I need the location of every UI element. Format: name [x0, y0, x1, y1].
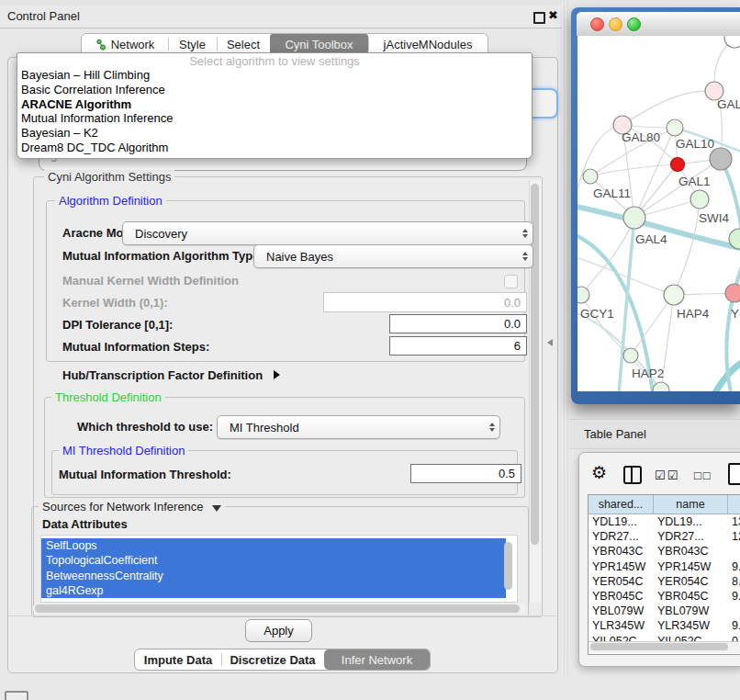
node-gcy1[interactable] [577, 287, 589, 303]
stepper-icon [489, 423, 495, 432]
tab-network[interactable]: Network [82, 34, 168, 54]
node-red-selected[interactable] [671, 158, 685, 172]
close-traffic-light[interactable] [590, 17, 604, 31]
zoom-traffic-light[interactable] [627, 17, 641, 31]
dropdown-item[interactable]: Bayesian – K2 [17, 126, 532, 141]
expanded-arrow-icon [212, 505, 221, 512]
cell[interactable]: YDL19... [654, 514, 728, 529]
close-icon[interactable]: ✖ [548, 8, 558, 22]
table-row[interactable]: YLR345W YLR345W 9. [589, 618, 740, 633]
column-header-partial[interactable] [728, 495, 740, 514]
dpi-tolerance-field[interactable]: 0.0 [389, 314, 527, 333]
columns-icon[interactable] [623, 466, 642, 484]
tab-style[interactable]: Style [168, 34, 217, 54]
cell[interactable]: YBR045C [654, 589, 728, 604]
manual-kernel-checkbox[interactable] [504, 275, 518, 288]
table-row[interactable]: YDR27... YDR27... 12 [589, 529, 740, 544]
node-gal4[interactable] [623, 207, 645, 229]
minimize-traffic-light[interactable] [609, 17, 622, 31]
tab-select[interactable]: Select [217, 34, 270, 54]
cell[interactable]: YPR145W [589, 559, 654, 574]
tab-cyni-toolbox[interactable]: Cyni Toolbox [270, 34, 368, 54]
column-header-shared-name[interactable]: shared... [589, 495, 654, 514]
mi-threshold-field[interactable]: 0.5 [410, 464, 521, 483]
float-window-icon[interactable] [533, 12, 545, 24]
document-icon[interactable] [728, 463, 740, 485]
dropdown-item[interactable]: Bayesian – Hill Climbing [17, 68, 532, 83]
cell[interactable]: YDL19... [589, 514, 654, 529]
node-hap4[interactable] [664, 285, 684, 305]
hub-definition-toggle[interactable]: Hub/Transcription Factor Definition [62, 368, 280, 382]
table-row[interactable]: YBL079W YBL079W [589, 604, 740, 618]
cell[interactable]: 9. [728, 589, 740, 604]
list-item[interactable]: SelfLoops [41, 538, 506, 553]
partial-button-bottom-left[interactable] [5, 691, 28, 700]
table-row[interactable]: YPR145W YPR145W 9. [589, 559, 740, 574]
cell[interactable] [728, 544, 740, 559]
gear-icon[interactable]: ⚙ [591, 462, 607, 483]
network-canvas[interactable]: GAL GAL80 GAL10 GAL1 GAL11 SWI4 GAL4 GCY… [577, 36, 740, 391]
column-header-name[interactable]: name [654, 495, 728, 514]
mi-steps-field[interactable]: 6 [389, 336, 527, 356]
tab-impute-data[interactable]: Impute Data [135, 649, 221, 670]
cell[interactable]: YBR043C [654, 544, 728, 559]
cell[interactable] [728, 604, 740, 618]
kernel-width-value: 0.0 [504, 296, 521, 310]
dropdown-item[interactable]: Basic Correlation Inference [17, 83, 532, 97]
cell[interactable]: 8. [728, 574, 740, 589]
table-hscrollbar-thumb[interactable] [590, 643, 728, 650]
which-threshold-select[interactable]: MI Threshold [217, 415, 500, 439]
dropdown-item[interactable]: Dream8 DC_TDC Algorithm [17, 141, 532, 155]
deselect-all-icon[interactable]: □□ [694, 469, 712, 482]
tab-impute-data-label: Impute Data [144, 653, 212, 667]
mi-type-select[interactable]: Naive Bayes [253, 244, 533, 268]
list-item[interactable]: BetweennessCentrality [41, 569, 506, 583]
cell[interactable]: YER054C [654, 574, 728, 589]
cell[interactable]: YPR145W [654, 559, 728, 574]
node-hap2[interactable] [623, 348, 638, 363]
aracne-mode-select[interactable]: Discovery [122, 221, 533, 245]
cell[interactable]: YER054C [589, 574, 654, 589]
table-row[interactable]: YBR045C YBR045C 9. [589, 589, 740, 604]
dropdown-item-selected[interactable]: ARACNE Algorithm [17, 97, 532, 112]
cell[interactable]: 12 [728, 529, 740, 544]
dropdown-item[interactable]: Mutual Information Inference [17, 111, 532, 126]
sources-group-toggle[interactable]: Sources for Network Inference [39, 500, 225, 514]
cyni-algorithm-settings-label: Cyni Algorithm Settings [44, 170, 174, 184]
cell[interactable]: YLR345W [589, 618, 654, 633]
algorithm-dropdown-popup: Select algorithm to view settings Bayesi… [17, 52, 533, 159]
list-scrollbar-thumb[interactable] [504, 542, 512, 590]
node-gal11[interactable] [583, 169, 598, 184]
node-gray[interactable] [710, 148, 732, 170]
control-panel-title: Control Panel [7, 6, 80, 28]
table-row[interactable]: YDL19... YDL19... 13 [589, 514, 740, 529]
node-gal1[interactable] [690, 190, 709, 209]
cell[interactable]: YBR043C [589, 544, 654, 559]
tab-infer-network[interactable]: Infer Network [324, 649, 430, 670]
cell[interactable]: 9. [728, 618, 740, 633]
tab-discretize-data[interactable]: Discretize Data [221, 649, 324, 670]
settings-hscrollbar-thumb[interactable] [35, 604, 520, 613]
node-salmon[interactable] [725, 284, 740, 302]
dpi-tolerance-value: 0.0 [504, 317, 521, 331]
table-row[interactable]: YBR043C YBR043C [589, 544, 740, 559]
cell[interactable]: YDR27... [589, 529, 654, 544]
cell[interactable]: YBR045C [589, 589, 654, 604]
apply-button[interactable]: Apply [245, 619, 312, 642]
list-item[interactable]: gal4RGexp [41, 583, 506, 598]
network-window-titlebar[interactable] [577, 12, 740, 36]
cell[interactable]: YDR27... [654, 529, 728, 544]
tab-jactivemnodules[interactable]: jActiveMNodules [368, 34, 488, 54]
table-row[interactable]: YER054C YER054C 8. [589, 574, 740, 589]
cell[interactable]: YBL079W [654, 604, 728, 618]
list-item[interactable]: TopologicalCoefficient [41, 553, 506, 568]
splitter-collapse-arrow[interactable] [547, 339, 553, 346]
select-all-icon[interactable]: ☑☑ [655, 469, 679, 482]
screen: Control Panel ✖ Network Style Select Cyn… [0, 0, 740, 700]
kernel-width-field[interactable]: 0.0 [323, 292, 527, 312]
cell[interactable]: 9. [728, 559, 740, 574]
cell[interactable]: YBL079W [589, 604, 654, 618]
node-gal10[interactable] [667, 119, 683, 136]
cell[interactable]: YLR345W [654, 618, 728, 633]
cell[interactable]: 13 [728, 514, 740, 529]
